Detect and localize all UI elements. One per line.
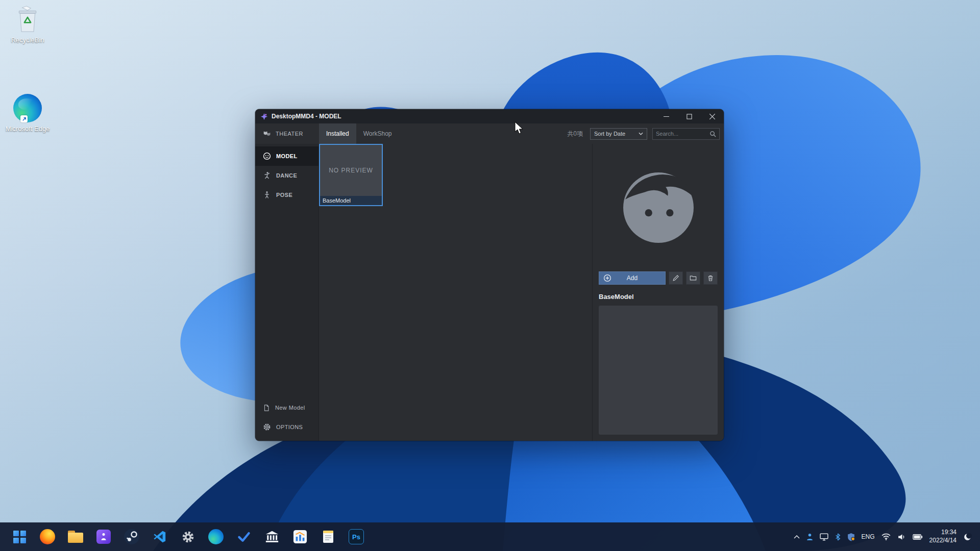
shield-warning-icon bbox=[847, 533, 855, 541]
model-card-preview: NO PREVIEW bbox=[320, 145, 382, 196]
detail-actions: Add bbox=[599, 271, 718, 285]
desktopmmd-icon bbox=[96, 530, 111, 544]
theater-button[interactable]: THEATER bbox=[255, 123, 319, 144]
sidebar-item-label: OPTIONS bbox=[276, 424, 303, 430]
taskbar: Ps bbox=[0, 522, 980, 551]
model-card-basemodel[interactable]: NO PREVIEW BaseModel bbox=[319, 144, 383, 206]
sort-dropdown[interactable]: Sort by Date bbox=[590, 128, 647, 140]
sidebar-item-new-model[interactable]: New Model bbox=[255, 398, 318, 417]
close-icon bbox=[709, 114, 715, 119]
moon-icon bbox=[963, 533, 972, 541]
tab-installed-label: Installed bbox=[326, 130, 349, 137]
chart-icon bbox=[293, 530, 307, 544]
delete-button[interactable] bbox=[703, 271, 718, 285]
folder-icon bbox=[690, 274, 697, 282]
person-icon bbox=[806, 533, 813, 541]
tray-language-button[interactable]: ENG bbox=[862, 533, 875, 540]
firefox-icon bbox=[40, 529, 55, 544]
photoshop-icon-label: Ps bbox=[352, 533, 360, 541]
taskbar-firefox-button[interactable] bbox=[36, 525, 59, 548]
desktopmmd-window: DesktopMMD4 - MODEL THEATER bbox=[255, 109, 724, 441]
taskbar-steam-button[interactable] bbox=[120, 525, 143, 548]
clock-date: 2022/4/14 bbox=[929, 537, 957, 545]
dance-icon bbox=[263, 171, 271, 180]
sidebar-item-label: MODEL bbox=[276, 153, 298, 159]
taskbar-apps: Ps bbox=[5, 525, 368, 548]
start-button[interactable] bbox=[8, 525, 31, 548]
taskbar-edge-button[interactable] bbox=[205, 525, 227, 548]
tray-chevron-up-button[interactable] bbox=[794, 535, 800, 539]
photoshop-icon: Ps bbox=[349, 529, 364, 544]
shortcut-arrow-icon bbox=[20, 115, 28, 122]
minimize-icon bbox=[664, 114, 669, 119]
tab-workshop-label: WorkShop bbox=[363, 130, 392, 137]
tray-display-button[interactable] bbox=[820, 533, 828, 541]
detail-panel: Add bbox=[592, 144, 724, 441]
detail-description-box bbox=[599, 306, 718, 435]
search-icon[interactable] bbox=[709, 131, 716, 137]
tab-installed[interactable]: Installed bbox=[319, 123, 356, 144]
titlebar[interactable]: DesktopMMD4 - MODEL bbox=[255, 109, 724, 123]
theater-icon bbox=[263, 131, 272, 137]
search-input[interactable] bbox=[656, 131, 709, 137]
add-button[interactable]: Add bbox=[599, 271, 666, 285]
avatar-placeholder-icon bbox=[622, 171, 695, 244]
edge-browser-icon bbox=[208, 529, 224, 544]
taskbar-desktopmmd-button[interactable] bbox=[92, 525, 115, 548]
taskbar-settings-button[interactable] bbox=[177, 525, 199, 548]
model-card-name: BaseModel bbox=[320, 196, 382, 205]
tray-security-shield-button[interactable] bbox=[847, 533, 855, 541]
steam-icon bbox=[124, 529, 139, 544]
app-icon bbox=[260, 113, 268, 120]
notepad-icon bbox=[322, 530, 334, 544]
taskbar-notepad-button[interactable] bbox=[317, 525, 339, 548]
bluetooth-icon bbox=[835, 533, 841, 541]
tray-wifi-button[interactable] bbox=[881, 533, 891, 540]
tray-clock[interactable]: 19:34 2022/4/14 bbox=[929, 529, 957, 544]
taskbar-file-explorer-button[interactable] bbox=[64, 525, 87, 548]
maximize-button[interactable] bbox=[678, 109, 701, 123]
tray-battery-button[interactable] bbox=[913, 534, 923, 540]
theater-label: THEATER bbox=[276, 131, 303, 137]
sidebar-item-model[interactable]: MODEL bbox=[255, 146, 318, 166]
window-controls bbox=[655, 109, 724, 123]
language-label: ENG bbox=[862, 533, 875, 540]
add-button-label: Add bbox=[627, 274, 638, 282]
search-box bbox=[652, 128, 720, 140]
tray-bluetooth-button[interactable] bbox=[835, 533, 841, 541]
sidebar-item-pose[interactable]: POSE bbox=[255, 185, 318, 205]
chevron-up-icon bbox=[794, 535, 800, 539]
sidebar-item-options[interactable]: OPTIONS bbox=[255, 417, 318, 437]
tab-workshop[interactable]: WorkShop bbox=[356, 123, 399, 144]
taskbar-photoshop-button[interactable]: Ps bbox=[345, 525, 368, 548]
desktop: RecycleBin Microsoft Edge DesktopMMD4 - … bbox=[0, 0, 980, 551]
desktop-icon-edge[interactable]: Microsoft Edge bbox=[4, 93, 51, 133]
sidebar-item-label: POSE bbox=[276, 192, 292, 198]
chevron-down-icon bbox=[639, 132, 643, 135]
sidebar-item-dance[interactable]: DANCE bbox=[255, 166, 318, 185]
gear-icon bbox=[263, 423, 271, 431]
clock-time: 19:34 bbox=[929, 529, 957, 537]
close-button[interactable] bbox=[701, 109, 724, 123]
taskbar-todo-button[interactable] bbox=[233, 525, 255, 548]
tray-focus-assist-button[interactable] bbox=[963, 533, 972, 541]
sidebar-item-label: DANCE bbox=[276, 172, 297, 179]
building-icon bbox=[265, 530, 279, 543]
tray-volume-button[interactable] bbox=[897, 534, 906, 540]
sort-dropdown-value: Sort by Date bbox=[594, 131, 625, 137]
taskbar-stats-app-button[interactable] bbox=[289, 525, 311, 548]
taskbar-bank-app-button[interactable] bbox=[261, 525, 283, 548]
tray-person-app-button[interactable] bbox=[806, 533, 813, 541]
edit-button[interactable] bbox=[669, 271, 683, 285]
taskbar-vscode-button[interactable] bbox=[149, 525, 171, 548]
check-icon bbox=[237, 530, 251, 543]
open-folder-button[interactable] bbox=[686, 271, 700, 285]
no-preview-label: NO PREVIEW bbox=[329, 167, 373, 174]
pencil-icon bbox=[672, 274, 679, 282]
minimize-button[interactable] bbox=[655, 109, 678, 123]
settings-gear-icon bbox=[181, 530, 195, 544]
window-title: DesktopMMD4 - MODEL bbox=[272, 113, 341, 120]
sidebar-item-label: New Model bbox=[275, 405, 305, 411]
edge-icon bbox=[13, 94, 42, 122]
desktop-icon-recycle-bin[interactable]: RecycleBin bbox=[4, 4, 51, 44]
